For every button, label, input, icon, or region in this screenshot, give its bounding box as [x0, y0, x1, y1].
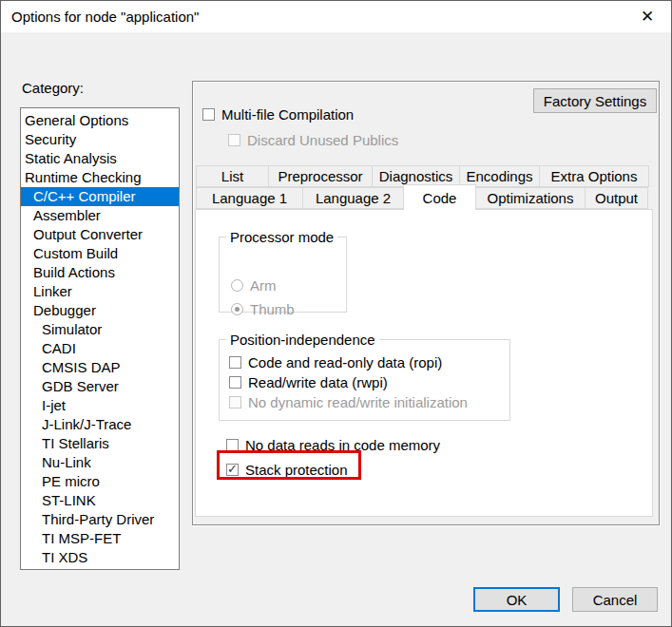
close-icon[interactable]: ✕: [631, 1, 663, 32]
category-item[interactable]: TI XDS: [21, 548, 179, 567]
checkbox-icon: [228, 134, 240, 146]
processor-mode-title: Processor mode: [226, 229, 337, 245]
category-item[interactable]: Runtime Checking: [21, 168, 179, 187]
tab[interactable]: List: [196, 165, 269, 187]
stack-protection-checkbox[interactable]: Stack protection: [226, 462, 348, 478]
category-item[interactable]: Nu-Link: [21, 453, 179, 472]
tab-row-2: Language 1Language 2CodeOptimizationsOut…: [196, 187, 648, 209]
no-data-reads-checkbox[interactable]: No data reads in code memory: [226, 437, 440, 453]
category-item[interactable]: PE micro: [21, 472, 179, 491]
tab[interactable]: Language 2: [302, 187, 404, 209]
factory-settings-button[interactable]: Factory Settings: [533, 88, 657, 113]
tab[interactable]: Optimizations: [475, 187, 586, 209]
category-item[interactable]: J-Link/J-Trace: [21, 415, 179, 434]
processor-mode-group: Processor mode Arm Thumb: [219, 237, 347, 313]
category-item[interactable]: Build Actions: [21, 263, 179, 282]
arm-radio: Arm: [231, 277, 277, 294]
category-item[interactable]: Simulator: [21, 320, 179, 339]
options-dialog: Options for node "application" ✕ Categor…: [0, 0, 672, 627]
category-item[interactable]: Custom Build: [21, 244, 179, 263]
discard-unused-publics-checkbox: Discard Unused Publics: [228, 132, 398, 148]
category-item[interactable]: Debugger: [21, 301, 179, 320]
checkbox-icon: [229, 356, 241, 369]
tab[interactable]: Language 1: [196, 187, 303, 209]
position-independence-checkbox[interactable]: No dynamic read/write initialization: [229, 392, 468, 412]
category-item[interactable]: C/C++ Compiler: [21, 187, 179, 206]
checkbox-icon: [202, 108, 215, 121]
tab[interactable]: Extra Options: [539, 165, 649, 187]
category-item[interactable]: CMSIS DAP: [21, 358, 179, 377]
radio-icon: [231, 279, 243, 292]
ok-button[interactable]: OK: [473, 587, 560, 612]
position-independence-title: Position-independence: [226, 332, 379, 348]
category-item[interactable]: Static Analysis: [21, 149, 179, 168]
titlebar: Options for node "application" ✕: [1, 1, 671, 32]
cancel-button[interactable]: Cancel: [572, 587, 658, 612]
category-label: Category:: [22, 80, 84, 96]
code-tab-page: Processor mode Arm Thumb Position-indepe…: [195, 209, 653, 517]
category-item[interactable]: TI MSP-FET: [21, 529, 179, 548]
category-item[interactable]: Output Converter: [21, 225, 179, 244]
dialog-title: Options for node "application": [11, 1, 199, 32]
category-item[interactable]: Third-Party Driver: [21, 510, 179, 529]
category-item[interactable]: General Options: [21, 111, 179, 130]
position-independence-checkbox[interactable]: Code and read-only data (ropi): [229, 352, 468, 372]
category-listbox[interactable]: General OptionsSecurityStatic AnalysisRu…: [20, 107, 180, 570]
category-item[interactable]: GDB Server: [21, 377, 179, 396]
category-item[interactable]: Assembler: [21, 206, 179, 225]
thumb-radio: Thumb: [231, 301, 295, 317]
position-independence-checkbox[interactable]: Read/write data (rwpi): [229, 372, 468, 392]
category-item[interactable]: Security: [21, 130, 179, 149]
position-independence-group: Position-independence Code and read-only…: [219, 339, 510, 421]
tab[interactable]: Output: [585, 187, 648, 209]
checkbox-icon: [226, 464, 239, 476]
category-item[interactable]: ST-LINK: [21, 491, 179, 510]
category-item[interactable]: CADI: [21, 339, 179, 358]
checkbox-icon: [229, 376, 241, 389]
category-item[interactable]: TI Stellaris: [21, 434, 179, 453]
tab[interactable]: Code: [403, 184, 476, 210]
radio-icon: [231, 303, 243, 315]
multi-file-compilation-checkbox[interactable]: Multi-file Compilation: [202, 106, 354, 123]
tab[interactable]: Preprocessor: [268, 165, 373, 187]
checkbox-icon: [229, 396, 241, 408]
category-item[interactable]: I-jet: [21, 396, 179, 415]
checkbox-icon: [226, 439, 239, 451]
category-item[interactable]: Linker: [21, 282, 179, 301]
